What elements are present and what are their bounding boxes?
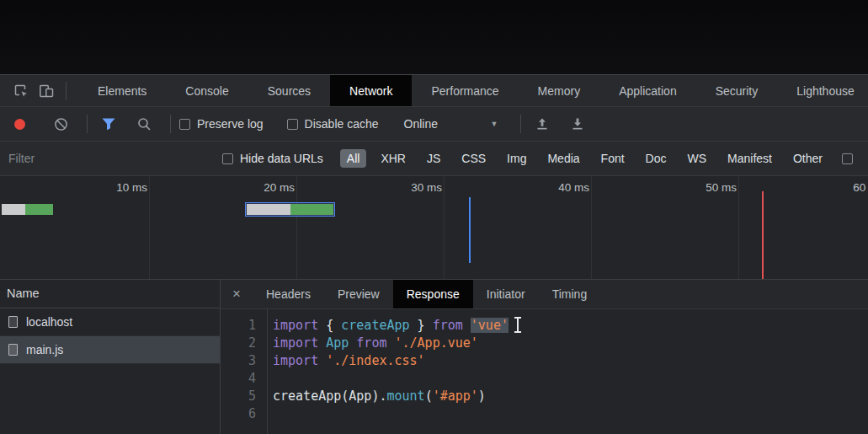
preserve-log-checkbox[interactable]: Preserve log xyxy=(179,117,264,131)
detail-tabs: HeadersPreviewResponseInitiatorTiming xyxy=(253,280,600,308)
tab-timing[interactable]: Timing xyxy=(539,280,601,308)
filter-icon[interactable] xyxy=(96,112,121,136)
filter-type-doc[interactable]: Doc xyxy=(639,149,674,168)
filter-type-css[interactable]: CSS xyxy=(455,149,493,168)
filter-type-media[interactable]: Media xyxy=(541,149,586,168)
waterfall-bar-localhost[interactable] xyxy=(2,204,53,215)
filter-type-js[interactable]: JS xyxy=(420,149,447,168)
hide-data-urls-label: Hide data URLs xyxy=(240,152,323,165)
waterfall-segment xyxy=(290,204,333,215)
code-line: 4 xyxy=(221,370,868,388)
file-icon xyxy=(8,344,18,356)
timeline-gridline xyxy=(591,176,592,279)
request-type-filters: AllXHRJSCSSImgMediaFontDocWSManifestOthe… xyxy=(340,149,837,168)
tab-response[interactable]: Response xyxy=(393,280,473,308)
filter-type-ws[interactable]: WS xyxy=(681,149,714,168)
event-line-load xyxy=(762,191,764,280)
checkbox-box xyxy=(222,153,233,164)
clear-icon[interactable] xyxy=(48,112,73,136)
devtools-panel: ElementsConsoleSourcesNetworkPerformance… xyxy=(0,74,868,434)
code-line: 1import { createApp } from 'vue' xyxy=(221,317,868,335)
disable-cache-checkbox[interactable]: Disable cache xyxy=(287,117,379,131)
code-text: import { createApp } from 'vue' xyxy=(267,317,509,335)
throttling-select[interactable]: Online ▼ xyxy=(404,117,498,131)
inspect-icon[interactable] xyxy=(8,79,34,103)
record-button[interactable] xyxy=(14,119,25,130)
timeline-gridline xyxy=(296,176,297,279)
devtools-tabbar: ElementsConsoleSourcesNetworkPerformance… xyxy=(0,75,868,107)
code-line: 6 xyxy=(221,405,868,423)
code-token: { xyxy=(318,318,341,333)
tab-performance[interactable]: Performance xyxy=(412,75,518,106)
filter-type-all[interactable]: All xyxy=(340,149,367,168)
code-text xyxy=(267,405,273,423)
close-icon[interactable]: × xyxy=(221,286,253,303)
response-code-view[interactable]: 1import { createApp } from 'vue'2import … xyxy=(221,309,868,434)
filter-type-img[interactable]: Img xyxy=(500,149,533,168)
code-token: import xyxy=(273,318,318,333)
line-number: 1 xyxy=(221,317,267,335)
device-toolbar-icon[interactable] xyxy=(34,79,59,103)
timeline-tick-label: 20 ms xyxy=(219,181,295,194)
tab-preview[interactable]: Preview xyxy=(324,280,393,308)
tab-headers[interactable]: Headers xyxy=(253,280,324,308)
code-token: from xyxy=(356,335,386,351)
blocked-cookies-checkbox[interactable] xyxy=(842,153,853,164)
file-icon xyxy=(8,316,18,328)
request-row[interactable]: main.js xyxy=(0,336,220,364)
tab-security[interactable]: Security xyxy=(696,75,778,106)
filter-type-manifest[interactable]: Manifest xyxy=(721,149,779,168)
text-cursor-icon xyxy=(517,319,519,331)
name-column-header[interactable]: Name xyxy=(0,280,220,308)
timeline-tick-label: 50 ms xyxy=(661,181,737,194)
code-token xyxy=(318,335,326,351)
devtools-tabs: ElementsConsoleSourcesNetworkPerformance… xyxy=(78,75,868,106)
code-token xyxy=(349,335,356,351)
divider xyxy=(520,115,521,133)
code-token: } xyxy=(410,318,433,333)
hide-data-urls-checkbox[interactable]: Hide data URLs xyxy=(222,152,323,165)
code-token: import xyxy=(273,353,318,368)
divider xyxy=(66,82,67,100)
timeline-tick-label: 60 ms xyxy=(808,181,868,194)
network-filterbar: Hide data URLs AllXHRJSCSSImgMediaFontDo… xyxy=(0,142,868,176)
tab-memory[interactable]: Memory xyxy=(519,75,600,106)
request-detail-panel: × HeadersPreviewResponseInitiatorTiming … xyxy=(221,280,868,434)
tab-console[interactable]: Console xyxy=(166,75,248,106)
code-text: createApp(App).mount('#app') xyxy=(267,388,486,405)
tab-application[interactable]: Application xyxy=(599,75,696,106)
requests-panel: Name localhostmain.js xyxy=(0,280,221,434)
tab-elements[interactable]: Elements xyxy=(78,75,166,106)
code-text xyxy=(267,370,273,388)
request-row[interactable]: localhost xyxy=(0,308,220,336)
checkbox-box xyxy=(179,119,190,130)
code-token xyxy=(386,335,394,351)
tab-lighthouse[interactable]: Lighthouse xyxy=(777,75,868,106)
code-line: 5createApp(App).mount('#app') xyxy=(221,388,868,405)
import-har-icon[interactable] xyxy=(530,112,555,136)
line-number: 5 xyxy=(221,388,267,405)
code-token: '#app' xyxy=(433,388,478,404)
code-token: ) xyxy=(478,388,486,404)
export-har-icon[interactable] xyxy=(565,112,590,136)
timeline-gridline xyxy=(738,176,739,279)
event-line-domcontentloaded xyxy=(469,197,471,263)
timeline-tick-label: 10 ms xyxy=(72,181,147,194)
checkbox-box xyxy=(287,119,298,130)
waterfall-overview[interactable]: 10 ms20 ms30 ms40 ms50 ms60 ms xyxy=(0,176,868,280)
filter-type-font[interactable]: Font xyxy=(594,149,631,168)
filter-type-xhr[interactable]: XHR xyxy=(374,149,413,168)
code-token: import xyxy=(273,335,318,351)
filter-input[interactable] xyxy=(8,152,212,165)
code-text: import App from './App.vue' xyxy=(267,335,478,352)
search-icon[interactable] xyxy=(131,112,157,136)
tab-sources[interactable]: Sources xyxy=(248,75,330,106)
filter-type-other[interactable]: Other xyxy=(786,149,829,168)
tab-initiator[interactable]: Initiator xyxy=(473,280,539,308)
code-token xyxy=(463,318,471,333)
tab-network[interactable]: Network xyxy=(330,75,412,106)
waterfall-bar-main-js[interactable] xyxy=(245,202,335,217)
code-token: 'vue' xyxy=(471,318,509,333)
request-rows: localhostmain.js xyxy=(0,308,220,364)
detail-tabbar: × HeadersPreviewResponseInitiatorTiming xyxy=(221,280,868,309)
